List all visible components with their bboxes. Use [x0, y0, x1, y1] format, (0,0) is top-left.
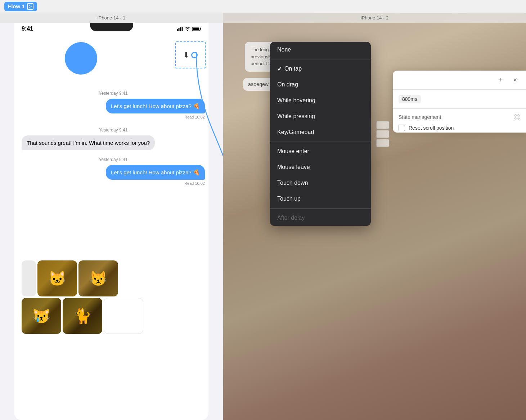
- dropdown-item-mouse-leave[interactable]: Mouse leave: [270, 159, 371, 175]
- delay-section: 800ms: [393, 90, 526, 109]
- dropdown-touch-up-label: Touch up: [277, 196, 364, 202]
- iphone-panel-1: iPhone 14 - 1 9:41: [0, 13, 223, 420]
- signal-icon: [177, 27, 183, 31]
- dropdown-on-tap-label: On tap: [284, 66, 364, 72]
- connection-dot[interactable]: [191, 52, 198, 58]
- flow-label[interactable]: Flow 1 ▷: [4, 2, 37, 11]
- message-bubble-sent-1: Let's get lunch! How about pizza? 🍕: [106, 99, 205, 113]
- dropdown-none-label: None: [277, 46, 364, 53]
- info-icon[interactable]: ⓘ: [514, 114, 520, 120]
- notch: [90, 23, 133, 31]
- message-bubble-received-1: That sounds great! I'm in. What time wor…: [22, 135, 155, 150]
- dropdown-item-mouse-enter[interactable]: Mouse enter: [270, 143, 371, 159]
- messages-area[interactable]: ⬇ Yesterday 9:41 Let's get lunch! How ab…: [14, 35, 208, 420]
- state-management-label: State management: [399, 114, 441, 120]
- add-icon: +: [499, 76, 503, 84]
- blue-circle: [65, 42, 97, 75]
- top-bar: Flow 1 ▷: [0, 0, 526, 13]
- reset-scroll-checkbox[interactable]: [399, 125, 405, 131]
- status-time: 9:41: [22, 26, 33, 32]
- message-bubble-sent-2: Let's get lunch! How about pizza? 🍕: [106, 165, 205, 180]
- dropdown-mouse-leave-label: Mouse leave: [277, 164, 364, 170]
- add-button[interactable]: +: [496, 75, 506, 85]
- photo-3: 😿: [22, 298, 61, 334]
- left-panel-label: iPhone 14 - 1: [0, 13, 223, 23]
- close-button[interactable]: ×: [510, 75, 520, 85]
- divider-1: [270, 59, 371, 59]
- flow-text: Flow 1: [8, 3, 25, 9]
- photo-4: 🐈: [63, 298, 102, 334]
- battery-icon: [192, 27, 201, 31]
- svg-rect-3: [182, 27, 183, 31]
- dropdown-item-touch-down[interactable]: Touch down: [270, 175, 371, 191]
- read-receipt-2: Read 10:02: [184, 181, 205, 186]
- small-checkbox-2[interactable]: [376, 130, 389, 138]
- divider-3: [270, 208, 371, 209]
- dropdown-while-pressing-label: While pressing: [277, 113, 364, 120]
- dropdown-item-touch-up[interactable]: Touch up: [270, 191, 371, 207]
- main-content: iPhone 14 - 1 9:41: [0, 13, 526, 420]
- small-checkbox-3[interactable]: [376, 139, 389, 147]
- svg-rect-2: [180, 27, 181, 31]
- right-overlay-card: + × 800ms State management ⓘ Reset s: [393, 71, 526, 133]
- timestamp-1: Yesterday 9:41: [22, 91, 205, 96]
- dropdown-on-drag-label: On drag: [277, 81, 364, 88]
- dropdown-key-gamepad-label: Key/Gamepad: [277, 129, 364, 135]
- flow-icon: ▷: [27, 3, 33, 10]
- selection-box[interactable]: ⬇: [175, 41, 206, 68]
- delay-value: 800ms: [399, 95, 421, 103]
- dropdown-item-on-tap[interactable]: On tap: [270, 61, 371, 77]
- iphone-panel-2: iPhone 14 - 2 The long t...previously...…: [223, 13, 526, 420]
- wifi-icon: [185, 27, 190, 31]
- delay-row: 800ms: [399, 95, 520, 103]
- download-icon: ⬇: [183, 50, 189, 60]
- svg-rect-5: [201, 28, 201, 30]
- phone-frame-1: 9:41: [14, 23, 208, 420]
- timestamp-3: Yesterday 9:41: [22, 157, 205, 162]
- read-receipt-1: Read 10:02: [184, 115, 205, 119]
- divider-2: [270, 142, 371, 142]
- status-icons: [177, 27, 201, 31]
- three-boxes: [376, 121, 389, 147]
- right-panel-label: iPhone 14 - 2: [223, 13, 526, 23]
- photo-empty: [104, 298, 143, 334]
- dropdown-mouse-enter-label: Mouse enter: [277, 148, 364, 155]
- state-management-header: State management ⓘ: [393, 109, 526, 123]
- dropdown-after-delay-label: After delay: [277, 215, 364, 221]
- photo-1: 🐱: [37, 260, 77, 296]
- dropdown-touch-down-label: Touch down: [277, 180, 364, 186]
- close-icon: ×: [513, 76, 517, 84]
- dropdown-item-key-gamepad[interactable]: Key/Gamepad: [270, 124, 371, 140]
- small-checkbox-1[interactable]: [376, 121, 389, 129]
- dropdown-item-none[interactable]: None: [270, 42, 371, 58]
- timestamp-2: Yesterday 9:41: [22, 128, 205, 133]
- dropdown-item-on-drag[interactable]: On drag: [270, 77, 371, 93]
- dropdown-item-while-hovering[interactable]: While hovering: [270, 93, 371, 108]
- dropdown-menu: None On tap On drag While hovering While…: [270, 42, 371, 226]
- overlay-header: + ×: [393, 71, 526, 90]
- dropdown-item-while-pressing[interactable]: While pressing: [270, 108, 371, 124]
- svg-rect-6: [193, 28, 199, 30]
- dropdown-item-after-delay: After delay: [270, 210, 371, 226]
- reset-scroll-row: Reset scroll position: [393, 123, 526, 133]
- reset-scroll-label: Reset scroll position: [409, 125, 454, 131]
- svg-rect-0: [177, 29, 178, 31]
- svg-rect-1: [179, 28, 180, 31]
- photo-2: 😾: [78, 260, 118, 296]
- dropdown-while-hovering-label: While hovering: [277, 97, 364, 104]
